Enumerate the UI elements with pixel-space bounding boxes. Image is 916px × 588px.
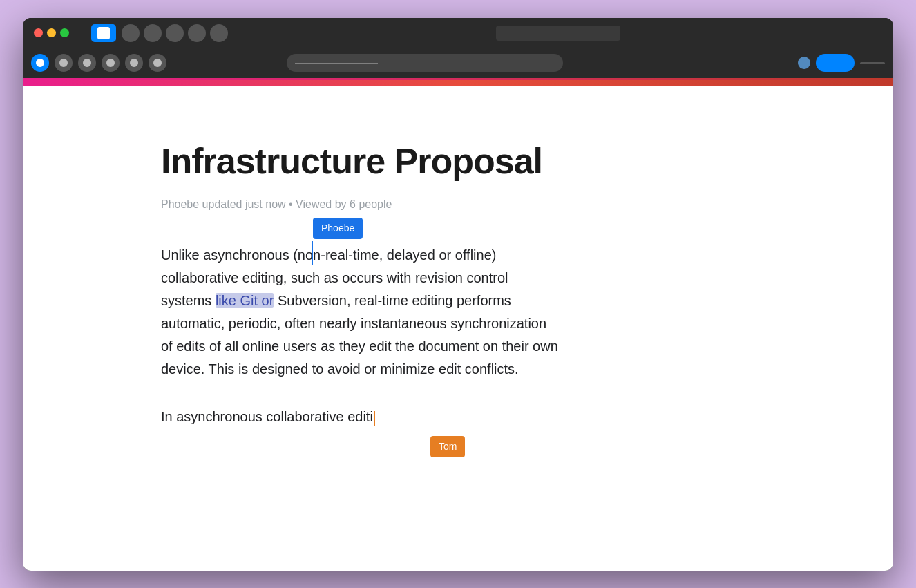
nav-pill-button[interactable]: [816, 54, 855, 72]
document-area[interactable]: Infrastructure Proposal Phoebe updated j…: [23, 86, 893, 571]
tab-button[interactable]: [210, 24, 228, 42]
document-meta: Phoebe updated just now • Viewed by 6 pe…: [161, 198, 562, 211]
tab-button[interactable]: [144, 24, 162, 42]
tab-icon: [97, 27, 110, 39]
paragraph-1: Phoebe Unlike asynchronous (non-real-tim…: [161, 244, 562, 381]
nav-right-controls: [798, 54, 885, 72]
highlighted-text: like Git or: [216, 293, 274, 308]
nav-refresh-button[interactable]: [78, 54, 96, 72]
address-bar[interactable]: ——————————: [287, 54, 563, 72]
nav-dash: [860, 62, 885, 64]
gradient-bar: [23, 80, 893, 86]
document-content: Infrastructure Proposal Phoebe updated j…: [23, 86, 645, 471]
tom-cursor-tooltip: Tom: [430, 436, 465, 457]
tab-button[interactable]: [122, 24, 140, 42]
nav-button[interactable]: [125, 54, 143, 72]
minimize-button[interactable]: [47, 28, 56, 37]
address-text: ——————————: [295, 58, 378, 68]
browser-window: —————————— Infrastructure Proposal Phoeb…: [23, 18, 893, 571]
active-tab[interactable]: [91, 24, 116, 42]
document-title: Infrastructure Proposal: [161, 141, 562, 182]
title-bar: [23, 18, 893, 48]
traffic-lights: [34, 28, 69, 37]
document-body: Phoebe Unlike asynchronous (non-real-tim…: [161, 244, 562, 428]
tab-button[interactable]: [188, 24, 206, 42]
nav-back-button[interactable]: [31, 54, 49, 72]
paragraph-2-text: In asynchronous collaborative editi: [161, 409, 373, 424]
nav-dot-light[interactable]: [798, 57, 810, 69]
nav-bar: ——————————: [23, 48, 893, 80]
nav-home-button[interactable]: [102, 54, 120, 72]
tab-button[interactable]: [166, 24, 184, 42]
nav-button[interactable]: [149, 54, 166, 72]
phoebe-cursor: [312, 241, 313, 265]
paragraph-2: In asynchronous collaborative editi Tom: [161, 406, 562, 428]
close-button[interactable]: [34, 28, 43, 37]
phoebe-cursor-tooltip: Phoebe: [313, 218, 363, 239]
maximize-button[interactable]: [60, 28, 69, 37]
tom-cursor: [374, 411, 375, 426]
nav-forward-button[interactable]: [55, 54, 73, 72]
